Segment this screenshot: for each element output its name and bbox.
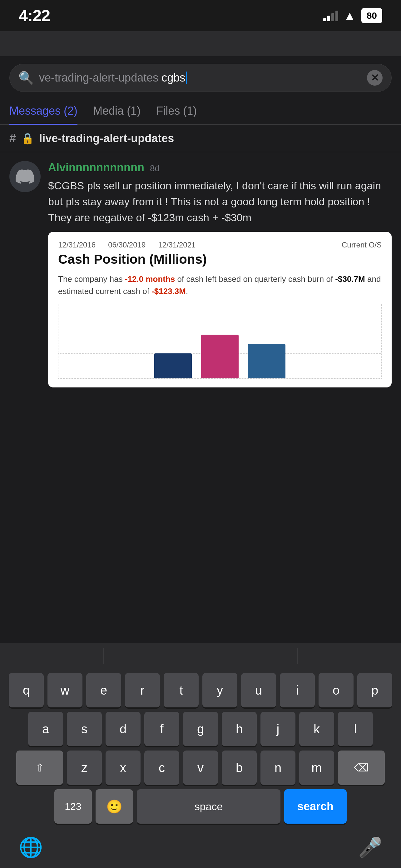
- cash-position-card[interactable]: 12/31/2016 06/30/2019 12/31/2021 Current…: [48, 232, 392, 388]
- card-date-labels: 12/31/2016 06/30/2019 12/31/2021 Current…: [58, 241, 381, 249]
- bottom-tools-row: 🌐 🎤: [0, 831, 401, 868]
- card-title: Cash Position (Millions): [58, 252, 381, 267]
- key-c[interactable]: c: [144, 750, 179, 785]
- avatar: [9, 161, 41, 192]
- key-l[interactable]: l: [338, 712, 373, 746]
- key-a[interactable]: a: [28, 712, 63, 746]
- top-bar: [0, 31, 401, 56]
- key-row-3: ⇧ z x c v b n m ⌫: [3, 750, 398, 785]
- key-row-2: a s d f g h j k l: [3, 712, 398, 746]
- key-numbers[interactable]: 123: [54, 789, 92, 824]
- key-t[interactable]: t: [164, 673, 199, 707]
- key-delete[interactable]: ⌫: [338, 750, 385, 785]
- chart-bar-3: [248, 344, 286, 378]
- key-search[interactable]: search: [284, 789, 347, 824]
- highlight-burn: -$30.7M: [335, 274, 365, 284]
- chart-bar-2: [201, 335, 239, 378]
- key-space[interactable]: space: [137, 789, 280, 824]
- status-icons: ▲ 80: [323, 8, 382, 23]
- search-input[interactable]: ve-trading-alert-updates cgbs: [39, 71, 362, 84]
- cash-position-chart: [58, 304, 381, 379]
- username: Alvinnnnnnnnnnn: [48, 161, 144, 174]
- search-bar[interactable]: 🔍 ve-trading-alert-updates cgbs ✕: [9, 64, 392, 92]
- key-j[interactable]: j: [261, 712, 295, 746]
- key-x[interactable]: x: [106, 750, 140, 785]
- channel-header: # 🔒 live-trading-alert-updates: [0, 125, 401, 152]
- date-label-1: 12/31/2016: [58, 241, 96, 249]
- key-z[interactable]: z: [67, 750, 102, 785]
- search-bar-container: 🔍 ve-trading-alert-updates cgbs ✕: [0, 56, 401, 98]
- message-container: Alvinnnnnnnnnnn 8d $CGBS pls sell ur pos…: [0, 152, 401, 396]
- microphone-icon[interactable]: 🎤: [358, 836, 382, 859]
- tab-files[interactable]: Files (1): [156, 98, 197, 124]
- key-shift[interactable]: ⇧: [16, 750, 63, 785]
- key-u[interactable]: u: [241, 673, 276, 707]
- status-time: 4:22: [19, 6, 50, 25]
- keyboard-area: q w e r t y u i o p a s d f g h j k l ⇧ …: [0, 643, 401, 868]
- date-label-2: 06/30/2019: [108, 241, 145, 249]
- card-description: The company has -12.0 months of cash lef…: [58, 273, 381, 298]
- signal-icon: [323, 10, 338, 21]
- key-f[interactable]: f: [144, 712, 179, 746]
- highlight-months: -12.0 months: [125, 274, 175, 284]
- search-typed-text: [158, 71, 162, 84]
- lock-icon: 🔒: [21, 132, 34, 145]
- key-q[interactable]: q: [9, 673, 44, 707]
- key-e[interactable]: e: [86, 673, 121, 707]
- channel-name: live-trading-alert-updates: [39, 132, 174, 145]
- search-query: cgbs: [162, 71, 185, 84]
- key-y[interactable]: y: [202, 673, 237, 707]
- key-w[interactable]: w: [47, 673, 82, 707]
- key-s[interactable]: s: [67, 712, 102, 746]
- tab-messages-label: Messages (2): [9, 104, 77, 117]
- tab-media-label: Media (1): [93, 104, 140, 117]
- search-icon: 🔍: [19, 71, 34, 85]
- key-b[interactable]: b: [222, 750, 257, 785]
- tabs-container: Messages (2) Media (1) Files (1): [0, 98, 401, 125]
- wifi-icon: ▲: [344, 9, 356, 23]
- clear-icon: ✕: [371, 73, 379, 83]
- tab-files-label: Files (1): [156, 104, 197, 117]
- key-p[interactable]: p: [357, 673, 392, 707]
- key-d[interactable]: d: [106, 712, 140, 746]
- key-o[interactable]: o: [319, 673, 354, 707]
- key-i[interactable]: i: [280, 673, 315, 707]
- message-header: Alvinnnnnnnnnnn 8d: [48, 161, 392, 174]
- current-os-label: Current O/S: [342, 241, 381, 249]
- key-emoji[interactable]: 🙂: [96, 789, 133, 824]
- battery-indicator: 80: [361, 8, 382, 23]
- key-n[interactable]: n: [261, 750, 295, 785]
- key-k[interactable]: k: [299, 712, 334, 746]
- channel-hash-icon: #: [9, 131, 16, 145]
- bar-group: [62, 307, 378, 378]
- date-label-3: 12/31/2021: [158, 241, 196, 249]
- key-h[interactable]: h: [222, 712, 257, 746]
- key-r[interactable]: r: [125, 673, 160, 707]
- tab-media[interactable]: Media (1): [93, 98, 140, 124]
- search-prefix: ve-trading-alert-updates: [39, 71, 158, 84]
- tab-messages[interactable]: Messages (2): [9, 98, 77, 124]
- key-v[interactable]: v: [183, 750, 218, 785]
- cursor: [186, 71, 187, 84]
- autocomplete-row: [0, 643, 401, 668]
- key-m[interactable]: m: [299, 750, 334, 785]
- chart-bar-1: [154, 353, 192, 378]
- message-content: Alvinnnnnnnnnnn 8d $CGBS pls sell ur pos…: [48, 161, 392, 388]
- discord-logo: [15, 167, 34, 186]
- message-text: $CGBS pls sell ur position immediately, …: [48, 178, 392, 226]
- highlight-cash: -$123.3M: [152, 286, 186, 296]
- search-clear-button[interactable]: ✕: [367, 70, 382, 86]
- keyboard-rows: q w e r t y u i o p a s d f g h j k l ⇧ …: [0, 668, 401, 831]
- message-timestamp: 8d: [150, 163, 160, 174]
- globe-icon[interactable]: 🌐: [19, 836, 43, 859]
- key-row-1: q w e r t y u i o p: [3, 673, 398, 707]
- key-row-4: 123 🙂 space search: [3, 789, 398, 824]
- status-bar: 4:22 ▲ 80: [0, 0, 401, 31]
- key-g[interactable]: g: [183, 712, 218, 746]
